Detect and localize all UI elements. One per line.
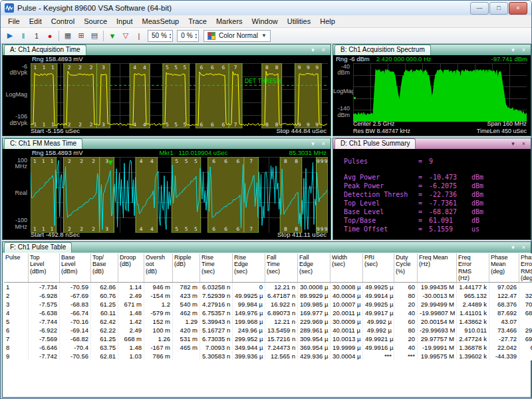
menu-window[interactable]: Window bbox=[247, 17, 283, 26]
y-axis-bottom-unit: dBm bbox=[337, 112, 350, 118]
summary-unit: dBm bbox=[471, 173, 483, 182]
table-cell: 2.47724 k bbox=[457, 334, 489, 343]
menu-file[interactable]: File bbox=[3, 17, 25, 26]
table-cell: 1.338 bbox=[519, 352, 532, 360]
col-header: Fall Edge (sec) bbox=[298, 253, 331, 283]
menu-input[interactable]: Input bbox=[112, 17, 137, 26]
gate-number: 6 bbox=[224, 158, 227, 164]
menu-control[interactable]: Control bbox=[47, 17, 79, 26]
table-cell: 99.984 µ bbox=[233, 300, 265, 309]
table-cell: -70.56 bbox=[60, 352, 91, 360]
spinner-arrows-icon[interactable]: ▴▾ bbox=[170, 33, 172, 39]
table-row[interactable]: 5-7.744-70.1662.421.42152 m1.295.39943 n… bbox=[4, 317, 532, 326]
col-header: Rise Time (sec) bbox=[200, 253, 233, 283]
table-cell: 30.0009 µ bbox=[331, 317, 363, 326]
table-cell: 29.99499 M bbox=[418, 300, 457, 309]
table-cell: 9 bbox=[4, 352, 29, 360]
table-cell: 782 m bbox=[173, 283, 200, 292]
marker-symbol bbox=[354, 97, 356, 99]
panel-close-icon[interactable]: × bbox=[519, 243, 528, 251]
title-bar: Pulse - Keysight 89600 VSA Software (64-… bbox=[1, 1, 531, 15]
acquisition-time-plot[interactable]: 1111112222223344445555556666667788889999… bbox=[31, 63, 328, 128]
table-row[interactable]: 8-6.646-70.463.751.48-167 m465 m7.0093 n… bbox=[4, 343, 532, 352]
panel-menu-icon[interactable]: ▾ bbox=[309, 140, 317, 148]
panel-menu-icon[interactable]: ▾ bbox=[509, 243, 517, 251]
grid-layout-icon[interactable]: ⊞ bbox=[74, 29, 88, 42]
spinner-arrows-icon[interactable]: ▴▾ bbox=[196, 33, 198, 39]
table-cell: 1.287 bbox=[519, 317, 532, 326]
tab-pulse-table[interactable]: F: Ch1 Pulse Table bbox=[4, 242, 72, 253]
menu-help[interactable]: Help bbox=[315, 17, 340, 26]
minimize-button[interactable]: — bbox=[470, 2, 489, 15]
equals-sign: = bbox=[418, 216, 429, 225]
trace-layout-icon[interactable]: ▦ bbox=[61, 29, 74, 42]
pause-icon[interactable]: ‖ bbox=[17, 29, 30, 42]
menu-trace[interactable]: Trace bbox=[184, 17, 211, 26]
table-row[interactable]: 2-6.928-67.6960.762.49-154 m423 m7.52939… bbox=[4, 291, 532, 300]
table-cell: -69.14 bbox=[60, 326, 91, 334]
table-cell: -67.69 bbox=[60, 291, 91, 300]
zoom-percent-spinner[interactable]: 50 % ▴▾ bbox=[148, 30, 173, 42]
panel-b-tabstrip: B: Ch1 Acquisition Spectrum ▾ × bbox=[333, 45, 531, 55]
tab-acquisition-time[interactable]: A: Ch1 Acquisition Time bbox=[4, 45, 86, 55]
col-header: Oversh oot (dB) bbox=[144, 253, 173, 283]
marker-peak-icon[interactable]: ▼ bbox=[106, 29, 119, 42]
panel-close-icon[interactable]: × bbox=[319, 140, 328, 148]
range-readout: Rng 158.4893 mV bbox=[32, 149, 83, 157]
panel-menu-icon[interactable]: ▾ bbox=[509, 46, 517, 54]
acquisition-spectrum-plot[interactable] bbox=[353, 63, 527, 122]
panel-f-controls: ▾ × bbox=[509, 242, 531, 253]
table-row[interactable]: 6-6.922-69.1462.222.49100 m420 m5.16727 … bbox=[4, 326, 532, 334]
gate-number: 2 bbox=[68, 65, 71, 70]
summary-label: Top/Base bbox=[344, 216, 418, 225]
menu-markers[interactable]: Markers bbox=[211, 17, 247, 26]
tab-pulse-summary[interactable]: D: Ch1 Pulse Summary bbox=[334, 138, 416, 149]
menu-source[interactable]: Source bbox=[79, 17, 112, 26]
marker-line-icon[interactable]: | bbox=[132, 29, 146, 42]
table-cell: 40 bbox=[394, 343, 418, 352]
summary-unit: dB bbox=[471, 216, 479, 225]
panel-close-icon[interactable]: × bbox=[319, 46, 328, 54]
restart-icon[interactable]: ▶ bbox=[3, 29, 17, 42]
maximize-button[interactable]: □ bbox=[489, 2, 508, 15]
gate-number: 1 bbox=[51, 158, 54, 164]
menu-edit[interactable]: Edit bbox=[25, 17, 47, 26]
fm-meas-time-plot[interactable]: 1111112222223344445555556666667788889999… bbox=[31, 157, 328, 233]
table-cell: 291.7 m bbox=[519, 326, 532, 334]
table-cell: 8 bbox=[4, 343, 29, 352]
panel-menu-icon[interactable]: ▾ bbox=[509, 140, 517, 148]
close-button[interactable]: × bbox=[509, 2, 527, 15]
pulse-table: PulseTop Level (dBm)Base Level (dBm)Top/… bbox=[4, 253, 532, 360]
stack-layout-icon[interactable]: ▤ bbox=[88, 29, 101, 42]
gate-number: 5 bbox=[194, 158, 198, 164]
color-mode-dropdown[interactable]: Color Normal ▼ bbox=[203, 30, 271, 42]
panel-close-icon[interactable]: × bbox=[519, 46, 528, 54]
table-row[interactable]: 3-7.575-68.8361.25671 m1.2540 m4.27916 n… bbox=[4, 300, 532, 309]
summary-row: Avg Power=-10.473dBm bbox=[333, 173, 531, 182]
table-cell: 2.49 bbox=[118, 291, 144, 300]
table-row[interactable]: 4-6.638-66.7460.111.48-579 m462 m6.75357… bbox=[4, 309, 532, 317]
panel-a-content: Rng 158.4893 mV -6dBVpk LogMag -106dBVpk… bbox=[3, 55, 331, 136]
table-row[interactable]: 7-7.569-68.8261.25668 m1.26531 m6.73035 … bbox=[4, 334, 532, 343]
tab-acquisition-spectrum[interactable]: B: Ch1 Acquisition Spectrum bbox=[334, 45, 431, 55]
table-row[interactable]: 9-7.742-70.5662.811.03786 m5.30583 n399.… bbox=[4, 352, 532, 360]
table-cell: 19.9999 µ bbox=[331, 343, 363, 352]
table-cell: -6.638 bbox=[29, 309, 60, 317]
caption-buttons: — □ × bbox=[470, 2, 527, 15]
tab-fm-meas-time[interactable]: C: Ch1 FM Meas Time bbox=[4, 138, 82, 149]
panel-menu-icon[interactable]: ▾ bbox=[309, 46, 317, 54]
panel-close-icon[interactable]: × bbox=[519, 140, 528, 148]
menu-meassetup[interactable]: MeasSetup bbox=[138, 17, 184, 26]
table-cell: 12.565 n bbox=[265, 352, 298, 360]
equals-sign: = bbox=[418, 199, 429, 207]
col-header: PRI (sec) bbox=[363, 253, 394, 283]
offset-percent-spinner[interactable]: 0 % ▴▾ bbox=[177, 30, 199, 42]
panel-c-tabstrip: C: Ch1 FM Meas Time ▾ × bbox=[3, 138, 331, 149]
marker-valley-icon[interactable]: ▽ bbox=[119, 29, 132, 42]
single-acquire-icon[interactable]: 1 bbox=[30, 29, 43, 42]
table-cell: 63.75 bbox=[91, 343, 118, 352]
menu-utilities[interactable]: Utilities bbox=[283, 17, 315, 26]
table-cell: 61.25 bbox=[91, 334, 118, 343]
table-row[interactable]: 1-7.734-70.5962.861.14946 m782 m6.03258 … bbox=[4, 283, 532, 292]
record-icon[interactable]: ● bbox=[43, 29, 57, 42]
